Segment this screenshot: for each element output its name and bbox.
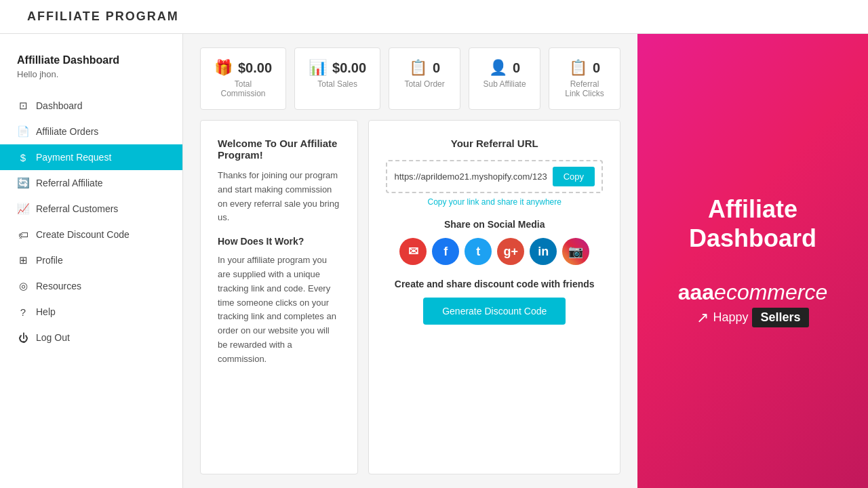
how-works: How Does It Work? In your affiliate prog…: [218, 236, 340, 366]
page-title: AFFILIATE PROGRAM: [27, 9, 841, 24]
sidebar-item-affiliate-orders[interactable]: 📄Affiliate Orders: [0, 119, 182, 144]
social-title: Share on Social Media: [444, 219, 545, 230]
how-works-text: In your affiliate program you are suppli…: [218, 253, 340, 366]
stat-label-0: Total Commission: [214, 79, 272, 98]
sidebar-item-dashboard[interactable]: ⊡Dashboard: [0, 93, 182, 119]
stat-label-1: Total Sales: [317, 79, 357, 89]
stat-top-0: 🎁$0.00: [214, 59, 272, 77]
stat-label-2: Total Order: [404, 79, 444, 89]
log-out-icon: ⏻: [17, 331, 29, 344]
referral-url-box: https://aprildemo21.myshopify.com/123 Co…: [386, 160, 603, 193]
referral-affiliate-label: Referral Affiliate: [36, 178, 103, 188]
help-icon: ?: [17, 306, 29, 318]
referral-panel: Your Referral URL https://aprildemo21.my…: [368, 120, 620, 474]
create-discount-code-label: Create Discount Code: [36, 229, 130, 240]
twitter-social-icon[interactable]: t: [465, 238, 492, 265]
stat-value-2: 0: [433, 60, 440, 76]
ecommerce-italic: ecommerce: [714, 280, 827, 304]
stat-top-2: 📋0: [409, 59, 440, 77]
stat-card-1: 📊$0.00Total Sales: [294, 47, 380, 110]
sidebar-item-payment-request[interactable]: $Payment Request: [0, 144, 182, 170]
referral-url: https://aprildemo21.myshopify.com/123: [394, 171, 547, 182]
stat-top-3: 👤0: [489, 59, 520, 77]
branding-panel: Affiliate Dashboard aaaecommerce ↗ Happy…: [637, 34, 868, 488]
stats-row: 🎁$0.00Total Commission📊$0.00Total Sales📋…: [200, 47, 620, 110]
sidebar-item-referral-customers[interactable]: 📈Referral Customers: [0, 196, 182, 222]
stat-top-1: 📊$0.00: [309, 59, 366, 77]
instagram-social-icon[interactable]: 📷: [562, 238, 589, 265]
top-bar: AFFILIATE PROGRAM: [0, 0, 868, 34]
affiliate-orders-icon: 📄: [17, 125, 29, 138]
sellers-badge: Sellers: [752, 308, 808, 327]
stat-value-0: $0.00: [238, 60, 272, 76]
help-label: Help: [36, 306, 56, 317]
stat-card-4: 📋0Referral Link Clicks: [549, 47, 620, 110]
nav-menu: ⊡Dashboard📄Affiliate Orders$Payment Requ…: [0, 93, 182, 474]
referral-heading: Your Referral URL: [451, 138, 538, 149]
profile-icon: ⊞: [17, 254, 29, 266]
stat-icon-2: 📋: [409, 59, 427, 77]
sidebar-item-profile[interactable]: ⊞Profile: [0, 247, 182, 273]
welcome-panel: Welcome To Our Affiliate Program! Thanks…: [200, 120, 358, 474]
stat-top-4: 📋0: [569, 59, 600, 77]
linkedin-social-icon[interactable]: in: [530, 238, 557, 265]
log-out-label: Log Out: [36, 332, 70, 343]
facebook-social-icon[interactable]: f: [432, 238, 459, 265]
payment-request-icon: $: [17, 151, 29, 163]
stat-icon-3: 👤: [489, 59, 507, 77]
googleplus-social-icon[interactable]: g+: [497, 238, 524, 265]
sidebar-item-log-out[interactable]: ⏻Log Out: [0, 325, 182, 350]
copy-button[interactable]: Copy: [553, 167, 595, 186]
sidebar-subtitle: Hello jhon.: [0, 69, 182, 93]
sidebar-item-create-discount-code[interactable]: 🏷Create Discount Code: [0, 222, 182, 247]
resources-icon: ◎: [17, 280, 29, 292]
stat-card-2: 📋0Total Order: [389, 47, 460, 110]
bottom-panels: Welcome To Our Affiliate Program! Thanks…: [200, 120, 620, 474]
stat-value-1: $0.00: [332, 60, 366, 76]
copy-hint: Copy your link and share it anywhere: [428, 197, 561, 207]
stat-icon-1: 📊: [309, 59, 327, 77]
tagline: ↗ Happy Sellers: [678, 308, 828, 327]
aaa-logo: aaaecommerce ↗ Happy Sellers: [678, 280, 828, 327]
stat-value-4: 0: [593, 60, 600, 76]
arrow-icon: ↗: [696, 309, 709, 327]
content-area: 🎁$0.00Total Commission📊$0.00Total Sales📋…: [183, 34, 637, 488]
social-icons: ✉ f t g+ in 📷: [399, 238, 589, 265]
affiliate-orders-label: Affiliate Orders: [36, 126, 98, 137]
referral-customers-label: Referral Customers: [36, 203, 118, 214]
sidebar: Affilliate Dashboard Hello jhon. ⊡Dashbo…: [0, 34, 183, 488]
sidebar-item-resources[interactable]: ◎Resources: [0, 273, 182, 299]
how-works-heading: How Does It Work?: [218, 236, 340, 247]
dashboard-label: Dashboard: [36, 100, 83, 111]
generate-discount-button[interactable]: Generate Discount Code: [423, 298, 566, 325]
happy-text: Happy: [713, 310, 748, 325]
discount-title: Create and share discount code with frie…: [395, 279, 595, 289]
profile-label: Profile: [36, 255, 63, 266]
branding-title: Affiliate Dashboard: [658, 195, 848, 253]
aaa-bold: aaa: [678, 280, 714, 304]
create-discount-code-icon: 🏷: [17, 228, 29, 241]
email-social-icon[interactable]: ✉: [399, 238, 427, 265]
stat-card-3: 👤0Sub Affiliate: [469, 47, 540, 110]
dashboard-icon: ⊡: [17, 100, 29, 112]
resources-label: Resources: [36, 281, 81, 291]
stat-value-3: 0: [513, 60, 520, 76]
stat-icon-0: 🎁: [214, 59, 233, 77]
main-container: Affilliate Dashboard Hello jhon. ⊡Dashbo…: [0, 34, 868, 488]
welcome-heading: Welcome To Our Affiliate Program!: [218, 138, 340, 161]
stat-icon-4: 📋: [569, 59, 587, 77]
sidebar-title: Affilliate Dashboard: [0, 54, 182, 69]
aaa-ecommerce-text: aaaecommerce: [678, 280, 828, 305]
sidebar-item-help[interactable]: ?Help: [0, 299, 182, 325]
stat-label-4: Referral Link Clicks: [563, 79, 606, 98]
welcome-intro: Thanks for joining our program and start…: [218, 169, 340, 225]
referral-affiliate-icon: 🔄: [17, 177, 29, 189]
stat-label-3: Sub Affiliate: [483, 79, 526, 89]
sidebar-item-referral-affiliate[interactable]: 🔄Referral Affiliate: [0, 170, 182, 196]
referral-customers-icon: 📈: [17, 203, 29, 215]
stat-card-0: 🎁$0.00Total Commission: [200, 47, 286, 110]
payment-request-label: Payment Request: [36, 152, 111, 163]
